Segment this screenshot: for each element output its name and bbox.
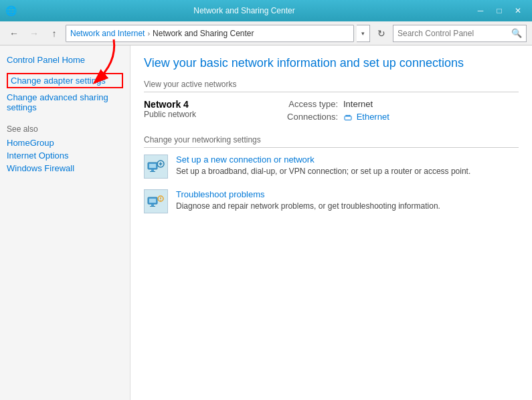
connections-label: Connections: xyxy=(278,112,338,122)
window-title: Network and Sharing Center xyxy=(17,6,472,15)
troubleshoot-link[interactable]: Troubleshoot problems xyxy=(176,189,519,199)
sidebar-change-advanced-sharing[interactable]: Change advanced sharingsettings xyxy=(7,91,123,114)
svg-rect-14 xyxy=(151,204,154,206)
svg-rect-3 xyxy=(347,114,349,116)
troubleshoot-desc: Diagnose and repair network problems, or… xyxy=(176,201,440,211)
search-input[interactable] xyxy=(397,29,511,38)
svg-rect-2 xyxy=(346,114,347,116)
access-type-value: Internet xyxy=(343,99,373,109)
up-button[interactable]: ↑ xyxy=(46,25,63,42)
troubleshoot-item: Troubleshoot problems Diagnose and repai… xyxy=(144,189,519,213)
main-area: Control Panel Home Change adapter settin… xyxy=(0,45,532,400)
svg-rect-7 xyxy=(151,169,154,171)
close-button[interactable]: ✕ xyxy=(509,4,527,17)
minimize-button[interactable]: ─ xyxy=(472,4,489,17)
title-bar: 🌐 Network and Sharing Center ─ □ ✕ xyxy=(0,0,532,21)
active-networks-panel: Network 4 Public network Access type: In… xyxy=(144,99,519,122)
setup-connection-desc: Set up a broadband, dial-up, or VPN conn… xyxy=(176,167,470,176)
ethernet-link[interactable]: Ethernet xyxy=(357,112,389,122)
back-button[interactable]: ← xyxy=(5,25,23,42)
network-details: Access type: Internet Connections: Ether… xyxy=(278,99,519,122)
connections-row: Connections: Ethernet xyxy=(278,112,519,122)
connections-value: Ethernet xyxy=(343,112,389,122)
page-title: View your basic network information and … xyxy=(144,56,519,70)
svg-rect-6 xyxy=(149,164,156,168)
setup-connection-text: Set up a new connection or network Set u… xyxy=(176,155,519,176)
refresh-button[interactable]: ↻ xyxy=(373,25,390,42)
active-networks-header: View your active networks xyxy=(144,80,519,92)
sidebar: Control Panel Home Change adapter settin… xyxy=(0,45,130,400)
networking-settings-section: Change your networking settings Set xyxy=(144,135,519,213)
sidebar-homegroup[interactable]: HomeGroup xyxy=(7,136,123,149)
breadcrumb-current: Network and Sharing Center xyxy=(153,29,254,38)
setup-connection-icon xyxy=(144,155,168,179)
access-type-row: Access type: Internet xyxy=(278,99,519,109)
troubleshoot-icon xyxy=(144,189,168,213)
nav-bar: ← → ↑ Network and Internet › Network and… xyxy=(0,21,532,45)
networking-settings-header: Change your networking settings xyxy=(144,135,519,148)
see-also-label: See also xyxy=(7,124,123,134)
access-type-label: Access type: xyxy=(278,99,338,109)
breadcrumb-network-internet[interactable]: Network and Internet xyxy=(70,29,145,38)
svg-point-18 xyxy=(160,200,161,201)
network-info: Network 4 Public network xyxy=(144,99,264,122)
sidebar-change-adapter-settings[interactable]: Change adapter settings xyxy=(7,73,123,88)
maximize-button[interactable]: □ xyxy=(491,4,508,17)
content-area: View your basic network information and … xyxy=(130,45,532,400)
sidebar-windows-firewall[interactable]: Windows Firewall xyxy=(7,162,123,175)
svg-rect-4 xyxy=(349,114,351,116)
svg-rect-8 xyxy=(150,171,155,172)
network-name: Network 4 xyxy=(144,99,264,110)
network-type: Public network xyxy=(144,110,264,119)
setup-connection-link[interactable]: Set up a new connection or network xyxy=(176,155,519,165)
troubleshoot-svg xyxy=(147,192,165,211)
setup-connection-svg xyxy=(147,157,165,176)
breadcrumb-dropdown[interactable]: ▾ xyxy=(357,25,370,42)
sidebar-control-panel-home[interactable]: Control Panel Home xyxy=(7,54,123,66)
forward-button[interactable]: → xyxy=(25,25,43,42)
troubleshoot-text: Troubleshoot problems Diagnose and repai… xyxy=(176,189,519,211)
search-icon[interactable]: 🔍 xyxy=(511,28,522,38)
breadcrumb-bar: Network and Internet › Network and Shari… xyxy=(66,25,354,42)
app-icon: 🌐 xyxy=(5,5,17,16)
search-box: 🔍 xyxy=(393,25,527,42)
svg-rect-13 xyxy=(149,199,156,203)
setup-connection-item: Set up a new connection or network Set u… xyxy=(144,155,519,179)
svg-rect-1 xyxy=(345,116,351,120)
ethernet-icon xyxy=(343,114,353,121)
svg-rect-15 xyxy=(150,206,155,207)
sidebar-internet-options[interactable]: Internet Options xyxy=(7,149,123,162)
